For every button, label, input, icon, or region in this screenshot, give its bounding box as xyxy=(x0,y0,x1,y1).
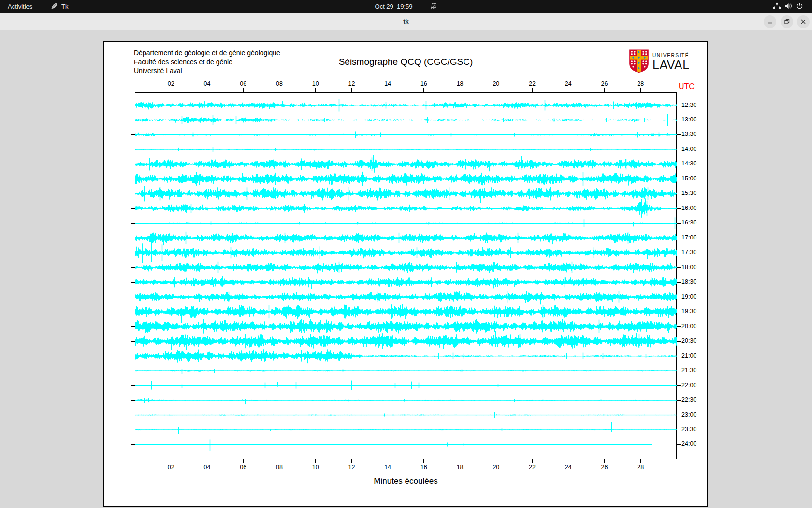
utc-tick-left xyxy=(131,415,135,415)
x-tick-bottom xyxy=(388,459,388,463)
activities-label: Activities xyxy=(8,3,32,10)
utc-time-label: 20:00 xyxy=(682,323,696,329)
x-tick-top xyxy=(388,88,388,92)
utc-tick-left xyxy=(131,430,135,430)
utc-time-label: 15:00 xyxy=(682,175,696,182)
x-tick-top xyxy=(243,88,244,92)
x-tick-label-top: 04 xyxy=(200,80,214,87)
utc-tick-left xyxy=(131,194,135,194)
x-tick-top xyxy=(496,88,496,92)
x-tick-label-top: 14 xyxy=(380,80,395,87)
x-tick-top xyxy=(568,88,568,92)
desktop-screen: Activities Tk Oct 29 19:59 xyxy=(0,0,812,508)
focused-app-indicator[interactable]: Tk xyxy=(51,0,68,13)
x-tick-label-top: 16 xyxy=(417,80,431,87)
minimize-button[interactable] xyxy=(764,15,776,28)
x-tick-label-bottom: 26 xyxy=(597,464,612,471)
utc-tick-right xyxy=(677,267,681,268)
institution-line-3: Université Laval xyxy=(134,66,280,75)
utc-tick-left xyxy=(131,282,135,283)
utc-tick-left xyxy=(131,444,135,445)
logo-laval-label: LAVAL xyxy=(652,59,690,71)
utc-tick-right xyxy=(677,356,681,356)
x-tick-label-bottom: 16 xyxy=(417,464,431,471)
x-tick-bottom xyxy=(423,459,424,463)
utc-tick-right xyxy=(677,223,681,224)
volume-icon xyxy=(784,2,793,11)
utc-tick-right xyxy=(677,282,681,283)
gnome-top-bar: Activities Tk Oct 29 19:59 xyxy=(0,0,812,13)
x-axis-label: Minutes écoulées xyxy=(104,477,707,486)
clock-label: Oct 29 19:59 xyxy=(375,3,413,10)
x-tick-bottom xyxy=(279,459,279,463)
x-tick-label-top: 06 xyxy=(236,80,250,87)
x-tick-label-top: 10 xyxy=(308,80,323,87)
utc-tick-right xyxy=(677,341,681,342)
utc-tick-left xyxy=(131,312,135,312)
x-tick-label-top: 18 xyxy=(453,80,467,87)
institution-line-1: Département de géologie et de génie géol… xyxy=(134,48,280,58)
utc-time-label: 17:30 xyxy=(682,249,696,255)
x-tick-label-top: 24 xyxy=(561,80,576,87)
utc-time-label: 14:30 xyxy=(682,160,696,167)
utc-time-label: 14:00 xyxy=(682,146,696,152)
utc-tick-left xyxy=(131,208,135,209)
utc-tick-right xyxy=(677,208,681,209)
utc-tick-right xyxy=(677,253,681,253)
x-tick-bottom xyxy=(351,459,352,463)
utc-tick-left xyxy=(131,267,135,268)
utc-tick-left xyxy=(131,297,135,297)
utc-tick-right xyxy=(677,371,681,371)
system-tray[interactable] xyxy=(773,0,803,13)
utc-tick-left xyxy=(131,164,135,164)
close-button[interactable] xyxy=(797,15,810,28)
utc-tick-left xyxy=(131,326,135,327)
utc-tick-right xyxy=(677,297,681,297)
activities-button[interactable]: Activities xyxy=(8,0,32,13)
x-tick-bottom xyxy=(207,459,207,463)
utc-tick-right xyxy=(677,400,681,401)
utc-tick-left xyxy=(131,223,135,224)
logo-universite-label: UNIVERSITÉ xyxy=(652,53,690,58)
utc-time-label: 18:00 xyxy=(682,264,696,270)
utc-tick-left xyxy=(131,134,135,135)
x-tick-label-bottom: 14 xyxy=(380,464,395,471)
x-tick-top xyxy=(315,88,316,92)
utc-tick-right xyxy=(677,105,681,105)
utc-time-label: 13:00 xyxy=(682,116,696,123)
x-tick-label-top: 28 xyxy=(633,80,648,87)
utc-time-label: 22:30 xyxy=(682,396,696,403)
laval-shield-icon xyxy=(629,49,649,75)
clock-menu[interactable]: Oct 29 19:59 xyxy=(375,0,437,13)
utc-tick-right xyxy=(677,312,681,312)
network-wired-icon xyxy=(773,2,781,11)
x-tick-label-bottom: 08 xyxy=(272,464,287,471)
utc-tick-right xyxy=(677,179,681,179)
x-tick-label-bottom: 12 xyxy=(344,464,359,471)
utc-time-label: 15:30 xyxy=(682,190,696,196)
utc-time-label: 18:30 xyxy=(682,278,696,285)
utc-time-label: 21:30 xyxy=(682,367,696,374)
utc-time-label: 22:00 xyxy=(682,382,696,388)
utc-tick-right xyxy=(677,164,681,164)
utc-time-label: 13:30 xyxy=(682,131,696,137)
utc-tick-left xyxy=(131,179,135,179)
maximize-button[interactable] xyxy=(781,15,793,28)
x-tick-top xyxy=(423,88,424,92)
utc-tick-right xyxy=(677,326,681,327)
tk-feather-icon xyxy=(51,2,58,11)
utc-time-label: 23:30 xyxy=(682,426,696,433)
x-tick-label-top: 08 xyxy=(272,80,287,87)
x-tick-bottom xyxy=(568,459,568,463)
seismograph-canvas: Département de géologie et de génie géol… xyxy=(103,41,708,507)
x-tick-bottom xyxy=(171,459,171,463)
utc-tick-left xyxy=(131,371,135,371)
window-titlebar[interactable]: tk xyxy=(0,13,812,30)
x-tick-top xyxy=(207,88,207,92)
x-tick-label-bottom: 10 xyxy=(308,464,323,471)
utc-tick-left xyxy=(131,105,135,105)
focused-app-name: Tk xyxy=(61,3,68,10)
window-title: tk xyxy=(0,13,812,30)
x-tick-bottom xyxy=(496,459,496,463)
utc-tick-left xyxy=(131,253,135,253)
